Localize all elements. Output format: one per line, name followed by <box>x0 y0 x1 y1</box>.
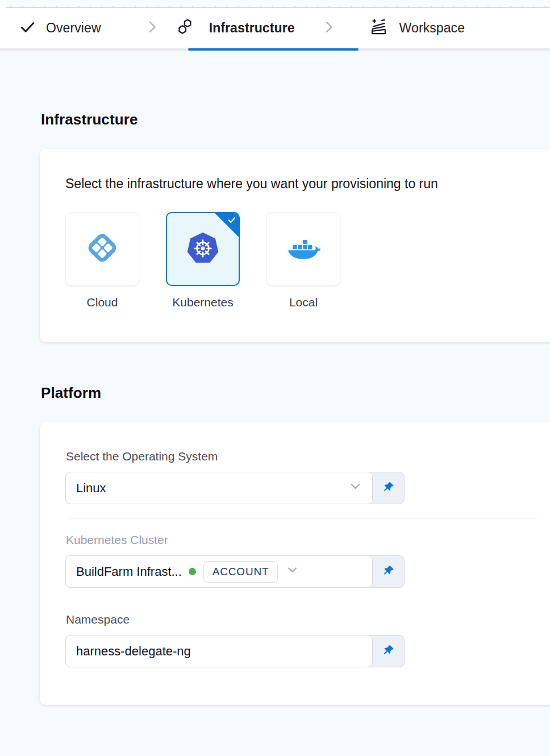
option-kubernetes-label: Kubernetes <box>172 296 233 309</box>
pin-icon <box>382 481 395 496</box>
option-local-label: Local <box>289 296 318 309</box>
cloud-icon <box>85 230 120 268</box>
os-select[interactable]: Linux <box>65 472 373 504</box>
option-local-tile[interactable] <box>266 212 340 286</box>
namespace-fixed-value-pin-button[interactable] <box>373 635 404 667</box>
platform-card: Select the Operating System Linux <box>40 422 550 705</box>
option-cloud-tile[interactable] <box>65 212 139 286</box>
hexagons-icon <box>174 16 195 40</box>
option-local: Local <box>266 212 340 309</box>
infrastructure-card: Select the infrastructure where you want… <box>40 149 550 342</box>
selected-check-icon <box>227 215 237 227</box>
scope-badge: ACCOUNT <box>203 561 278 583</box>
wizard-content: Infrastructure Select the infrastructure… <box>0 111 550 705</box>
stack-icon <box>368 16 389 40</box>
infrastructure-options: Cloud <box>65 212 538 309</box>
chevron-down-icon <box>348 479 363 497</box>
platform-heading: Platform <box>40 384 550 402</box>
cluster-field-label: Kubernetes Cluster <box>65 533 538 547</box>
tab-overview[interactable]: Overview <box>19 18 101 38</box>
cluster-select-value: BuildFarm Infrast... <box>76 564 182 579</box>
tab-overview-label: Overview <box>46 20 101 36</box>
chevron-right-icon <box>321 19 336 37</box>
os-fixed-value-pin-button[interactable] <box>373 472 404 504</box>
tab-workspace[interactable]: Workspace <box>368 16 465 40</box>
namespace-input[interactable] <box>65 635 373 667</box>
tab-workspace-label: Workspace <box>399 20 465 36</box>
tab-infrastructure[interactable]: Infrastructure <box>174 16 295 40</box>
infrastructure-heading: Infrastructure <box>40 111 550 128</box>
cluster-fixed-value-pin-button[interactable] <box>373 556 404 587</box>
check-icon <box>19 18 36 38</box>
wizard-step-tabs: Overview Infrastructure <box>0 8 550 51</box>
namespace-input-group <box>65 635 405 667</box>
chevron-down-icon <box>285 562 300 581</box>
option-cloud: Cloud <box>65 212 139 309</box>
active-tab-indicator <box>188 48 359 51</box>
pin-icon <box>382 564 395 579</box>
option-kubernetes: Kubernetes <box>166 212 240 309</box>
os-select-value: Linux <box>76 481 106 496</box>
infrastructure-wizard-page: Overview Infrastructure <box>0 0 550 756</box>
chevron-right-icon <box>144 19 160 37</box>
connector-status-dot <box>189 568 196 575</box>
docker-whale-icon <box>286 235 320 263</box>
tab-infrastructure-label: Infrastructure <box>209 20 295 36</box>
os-field-label: Select the Operating System <box>65 450 538 463</box>
namespace-field-label: Namespace <box>65 613 538 626</box>
cluster-select[interactable]: BuildFarm Infrast... ACCOUNT <box>65 555 373 588</box>
os-select-group: Linux <box>65 472 405 504</box>
infrastructure-prompt: Select the infrastructure where you want… <box>65 176 538 192</box>
cluster-select-group: BuildFarm Infrast... ACCOUNT <box>65 555 405 588</box>
pin-icon <box>382 644 395 659</box>
option-kubernetes-tile[interactable] <box>166 212 240 286</box>
pipeline-canvas-strip <box>0 0 550 8</box>
option-cloud-label: Cloud <box>87 296 118 309</box>
section-divider <box>68 518 538 518</box>
